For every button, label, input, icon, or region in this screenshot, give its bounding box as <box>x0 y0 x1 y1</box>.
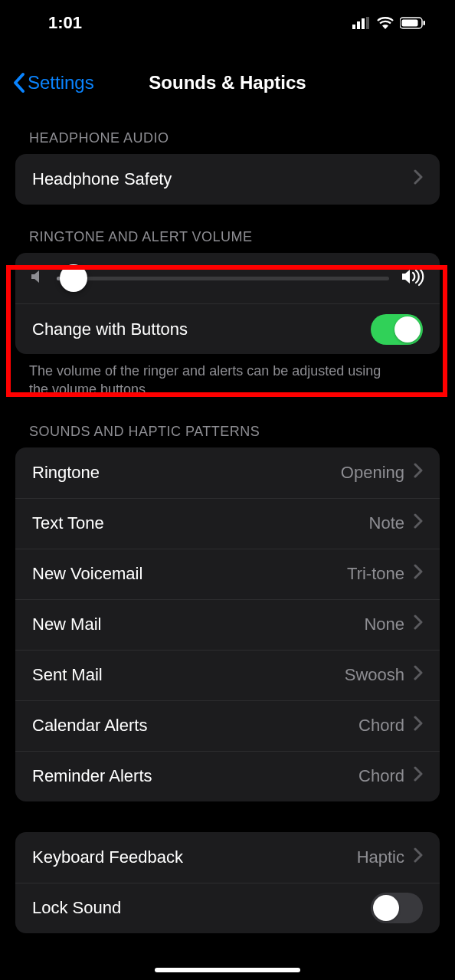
row-value: Haptic <box>357 847 404 867</box>
chevron-right-icon <box>414 847 423 867</box>
toggle-lock-sound[interactable] <box>371 893 423 923</box>
section-header-ringtone: RINGTONE AND ALERT VOLUME <box>6 205 449 253</box>
chevron-right-icon <box>414 665 423 685</box>
group-other: Keyboard Feedback Haptic Lock Sound <box>15 832 440 933</box>
row-value: Swoosh <box>345 665 404 685</box>
status-bar: 1:01 <box>6 0 449 46</box>
cellular-icon <box>352 17 371 29</box>
nav-bar: Settings Sounds & Haptics <box>6 60 449 106</box>
row-value: Note <box>369 513 404 533</box>
wifi-icon <box>377 17 394 29</box>
svg-rect-5 <box>402 20 418 27</box>
row-lock-sound[interactable]: Lock Sound <box>15 883 440 933</box>
row-value: Chord <box>358 716 404 736</box>
back-button[interactable]: Settings <box>12 72 94 93</box>
row-value: None <box>364 615 404 634</box>
group-sounds: RingtoneOpeningText ToneNoteNew Voicemai… <box>15 447 440 801</box>
section-footer-ringtone: The volume of the ringer and alerts can … <box>6 354 449 399</box>
toggle-knob <box>394 316 421 343</box>
row-label: Ringtone <box>32 463 100 483</box>
back-label: Settings <box>28 72 94 93</box>
sound-row[interactable]: Calendar AlertsChord <box>15 700 440 751</box>
chevron-right-icon <box>414 564 423 584</box>
row-value: Opening <box>341 463 404 483</box>
sound-row[interactable]: Sent MailSwoosh <box>15 650 440 700</box>
section-header-sounds: SOUNDS AND HAPTIC PATTERNS <box>6 399 449 447</box>
chevron-left-icon <box>12 72 26 93</box>
svg-rect-0 <box>352 25 355 29</box>
svg-rect-1 <box>357 21 360 29</box>
chevron-right-icon <box>414 169 423 189</box>
svg-rect-2 <box>362 18 365 29</box>
row-change-with-buttons[interactable]: Change with Buttons <box>15 303 440 354</box>
row-label: Lock Sound <box>32 898 121 918</box>
volume-low-icon <box>31 268 44 288</box>
sound-row[interactable]: RingtoneOpening <box>15 447 440 498</box>
chevron-right-icon <box>414 463 423 483</box>
row-headphone-safety[interactable]: Headphone Safety <box>15 154 440 205</box>
home-indicator[interactable] <box>155 968 300 972</box>
svg-rect-6 <box>424 21 426 25</box>
chevron-right-icon <box>414 716 423 736</box>
row-label: New Mail <box>32 615 101 634</box>
row-label: Sent Mail <box>32 665 103 685</box>
status-time: 1:01 <box>48 13 82 33</box>
sound-row[interactable]: Text ToneNote <box>15 498 440 549</box>
row-label: Headphone Safety <box>32 169 172 189</box>
toggle-knob <box>373 895 399 921</box>
chevron-right-icon <box>414 766 423 786</box>
row-label: Change with Buttons <box>32 320 188 339</box>
row-label: Keyboard Feedback <box>32 847 183 867</box>
toggle-change-with-buttons[interactable] <box>371 314 423 345</box>
row-value: Chord <box>358 766 404 786</box>
sound-row[interactable]: Reminder AlertsChord <box>15 751 440 801</box>
volume-high-icon <box>401 267 424 290</box>
row-label: Calendar Alerts <box>32 716 147 736</box>
chevron-right-icon <box>414 513 423 533</box>
volume-slider[interactable] <box>57 277 389 280</box>
row-keyboard-feedback[interactable]: Keyboard Feedback Haptic <box>15 832 440 883</box>
sound-row[interactable]: New VoicemailTri-tone <box>15 549 440 599</box>
group-ringtone: Change with Buttons <box>15 253 440 354</box>
section-header-headphone: HEADPHONE AUDIO <box>6 106 449 154</box>
sound-row[interactable]: New MailNone <box>15 599 440 650</box>
chevron-right-icon <box>414 615 423 634</box>
slider-thumb[interactable] <box>60 264 87 292</box>
row-label: Reminder Alerts <box>32 766 152 786</box>
svg-rect-3 <box>366 17 369 29</box>
row-label: New Voicemail <box>32 564 142 584</box>
battery-icon <box>400 17 426 29</box>
volume-slider-row <box>15 253 440 303</box>
row-label: Text Tone <box>32 513 104 533</box>
group-headphone: Headphone Safety <box>15 154 440 205</box>
row-value: Tri-tone <box>347 564 404 584</box>
